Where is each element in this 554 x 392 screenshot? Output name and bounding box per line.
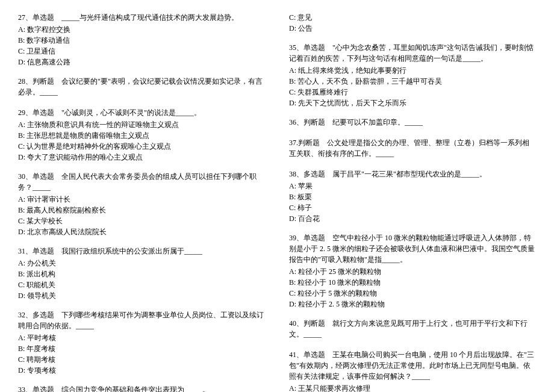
question-28: 28、判断题 会议纪要的"要"表明，会议纪要记载会议情况要如实记录，有言必录。_…: [18, 76, 265, 99]
question-text: 39、单选题 空气中粒径小于 10 微米的颗粒物能通过呼吸进入人体肺部，特别是小…: [289, 232, 536, 265]
option: B: 最高人民检察院副检察长: [18, 205, 265, 216]
question-41: 41、单选题 王某在电脑公司购买一台电脑，使用 10 个月后出现故障。在"三包"…: [289, 349, 536, 392]
question-38: 38、多选题 属于昌平"一花三果"都市型现代农业的是_____。 A: 苹果 B…: [289, 169, 536, 224]
question-text: 38、多选题 属于昌平"一花三果"都市型现代农业的是_____。: [289, 169, 536, 179]
option: D: 信息高速公路: [18, 57, 265, 67]
question-32: 32、多选题 下列哪些考核结果可作为调整事业单位人员岗位、工资以及续订聘用合同的…: [18, 310, 265, 376]
option: D: 领导机关: [18, 290, 265, 301]
option: D: 粒径小于 2. 5 微米的颗粒物: [289, 299, 536, 310]
option: C: 认为世界是绝对精神外化的客观唯心主义观点: [18, 141, 265, 152]
question-34-cont: C: 意见 D: 公告: [289, 12, 536, 34]
left-column: 27、单选题 _____与光纤通信构成了现代通信技术的两大发展趋势。 A: 数字…: [18, 12, 265, 380]
option: D: 夸大了意识能动作用的唯心主义观点: [18, 152, 265, 163]
question-27: 27、单选题 _____与光纤通信构成了现代通信技术的两大发展趋势。 A: 数字…: [18, 12, 265, 67]
question-text: 32、多选题 下列哪些考核结果可作为调整事业单位人员岗位、工资以及续订聘用合同的…: [18, 310, 265, 331]
option: A: 审计署审计长: [18, 194, 265, 205]
question-text: 35、单选题 "心中为念农桑苦，耳里如闻饥冻声"这句话告诫我们，要时刻惦记着百姓…: [289, 42, 536, 64]
option: A: 纸上得来终觉浅，绝知此事要躬行: [289, 65, 536, 76]
question-29: 29、单选题 "心诚则灵，心不诚则不灵"的说法是_____。 A: 主张物质和意…: [18, 107, 265, 163]
option: D: 百合花: [289, 213, 536, 224]
option: A: 数字程控交换: [18, 24, 265, 35]
option: B: 主张思想就是物质的庸俗唯物主义观点: [18, 130, 265, 141]
question-37: 37.判断题 公文处理是指公文的办理、管理、整理（立卷）归档等一系列相互关联、衔…: [289, 137, 536, 160]
question-text: 27、单选题 _____与光纤通信构成了现代通信技术的两大发展趋势。: [18, 12, 265, 23]
option: B: 派出机构: [18, 269, 265, 279]
question-text: 41、单选题 王某在电脑公司购买一台电脑，使用 10 个月后出现故障。在"三包"…: [289, 349, 536, 382]
question-text: 40、判断题 就行文方向来说意见既可用于上行文，也可用于平行文和下行文。____…: [289, 318, 536, 340]
option: D: 公告: [289, 23, 536, 34]
question-31: 31、单选题 我国行政组织系统中的公安派出所属于_____ A: 办公机关 B:…: [18, 246, 265, 301]
question-35: 35、单选题 "心中为念农桑苦，耳里如闻饥冻声"这句话告诫我们，要时刻惦记着百姓…: [289, 42, 536, 108]
option: B: 苦心人，天不负，卧薪尝胆，三千越甲可吞吴: [289, 76, 536, 87]
option: C: 柿子: [289, 202, 536, 213]
option: B: 粒径小于 10 微米的颗粒物: [289, 277, 536, 288]
option: C: 某大学校长: [18, 216, 265, 226]
option: D: 北京市高级人民法院院长: [18, 226, 265, 237]
question-30: 30、单选题 全国人民代表大会常务委员会的组成人员可以担任下列哪个职务？____…: [18, 171, 265, 237]
option: A: 平时考核: [18, 332, 265, 343]
option: C: 失群孤雁终难行: [289, 87, 536, 98]
option: B: 年度考核: [18, 343, 265, 354]
question-40: 40、判断题 就行文方向来说意见既可用于上行文，也可用于平行文和下行文。____…: [289, 318, 536, 341]
question-text: 31、单选题 我国行政组织系统中的公安派出所属于_____: [18, 246, 265, 257]
question-text: 37.判断题 公文处理是指公文的办理、管理、整理（立卷）归档等一系列相互关联、衔…: [289, 137, 536, 159]
option: A: 主张物质和意识具有统一性的辩证唯物主义观点: [18, 119, 265, 130]
question-text: 29、单选题 "心诚则灵，心不诚则不灵"的说法是_____。: [18, 107, 265, 118]
option: B: 数字移动通信: [18, 35, 265, 46]
option: A: 粒径小于 25 微米的颗粒物: [289, 266, 536, 277]
question-33: 33、单选题 综合国力竞争的基础和条件突出表现为_____。 A: 国家的经济实…: [18, 384, 265, 392]
option: A: 苹果: [289, 181, 536, 191]
question-39: 39、单选题 空气中粒径小于 10 微米的颗粒物能通过呼吸进入人体肺部，特别是小…: [289, 232, 536, 310]
option: C: 粒径小于 5 微米的颗粒物: [289, 288, 536, 299]
option: A: 王某只能要求再次修理: [289, 383, 536, 392]
option: C: 职能机关: [18, 279, 265, 290]
right-column: C: 意见 D: 公告 35、单选题 "心中为念农桑苦，耳里如闻饥冻声"这句话告…: [289, 12, 536, 380]
option: D: 专项考核: [18, 365, 265, 376]
question-text: 30、单选题 全国人民代表大会常务委员会的组成人员可以担任下列哪个职务？____…: [18, 171, 265, 193]
option: C: 卫星通信: [18, 46, 265, 57]
question-text: 33、单选题 综合国力竞争的基础和条件突出表现为_____。: [18, 384, 265, 392]
option: C: 聘期考核: [18, 354, 265, 365]
option: D: 先天下之忧而忧，后天下之乐而乐: [289, 98, 536, 108]
question-text: 36、判断题 纪要可以不加盖印章。_____: [289, 117, 536, 128]
option: A: 办公机关: [18, 258, 265, 269]
option: B: 板栗: [289, 191, 536, 202]
option: C: 意见: [289, 12, 536, 23]
question-36: 36、判断题 纪要可以不加盖印章。_____: [289, 117, 536, 129]
question-text: 28、判断题 会议纪要的"要"表明，会议纪要记载会议情况要如实记录，有言必录。_…: [18, 76, 265, 98]
